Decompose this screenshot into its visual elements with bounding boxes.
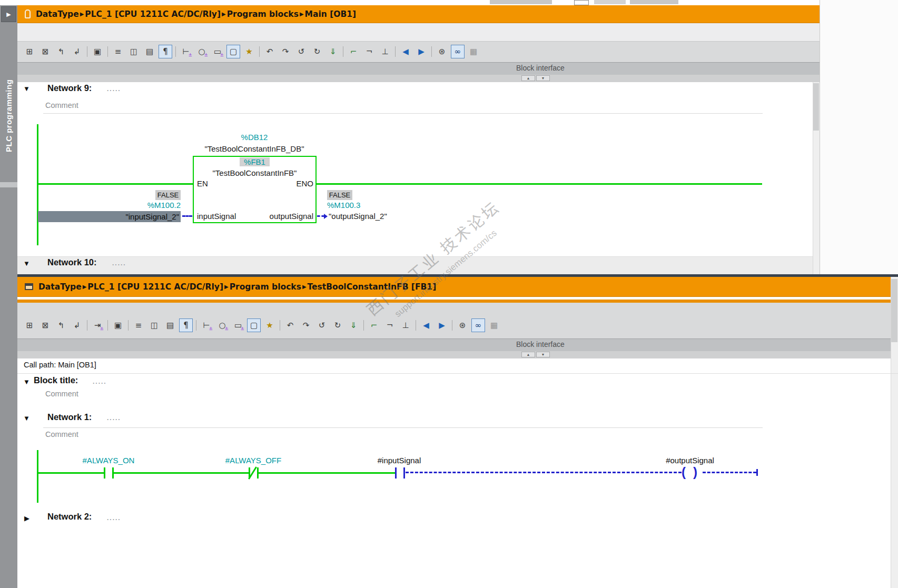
block-interface-label[interactable]: Block interface xyxy=(516,64,565,72)
network10-collapse-icon[interactable]: ▼ xyxy=(23,260,30,267)
snapshot-icon[interactable]: ▦ xyxy=(467,45,480,58)
goto-next-icon[interactable]: ▶ xyxy=(435,318,449,332)
expand-sidebar-button[interactable]: ▶ xyxy=(1,6,16,22)
instance-db-address[interactable]: %DB12 xyxy=(202,133,307,142)
jump-forward-icon[interactable]: ↷ xyxy=(299,318,313,332)
splitter-down-button[interactable]: ▼ xyxy=(536,75,550,81)
jump-forward-icon[interactable]: ↷ xyxy=(279,45,292,58)
insert-parameter-icon[interactable]: ⇥± xyxy=(91,318,104,332)
network9-title-placeholder[interactable]: ..... xyxy=(107,85,121,93)
network2-title[interactable]: Network 2: xyxy=(47,512,92,522)
insert-coil-icon[interactable]: ○± xyxy=(195,45,209,58)
insert-network-icon[interactable]: ⊞ xyxy=(23,318,36,332)
insert-row-icon[interactable]: ↰ xyxy=(54,45,68,58)
contact-always-off-nc[interactable] xyxy=(249,472,259,474)
network1-collapse-icon[interactable]: ▼ xyxy=(23,414,30,422)
update-block-calls-icon[interactable]: ↺ xyxy=(294,45,308,58)
output-operand[interactable]: "outputSignal_2" xyxy=(329,212,387,221)
insert-contact-icon[interactable]: ⊢± xyxy=(200,318,213,332)
scrollbar-thumb[interactable] xyxy=(891,279,897,342)
network10-title[interactable]: Network 10: xyxy=(47,257,97,267)
split-comment-icon[interactable]: ◫ xyxy=(147,318,161,332)
favorites-icon[interactable]: ★ xyxy=(242,45,256,58)
download-icon[interactable]: ⇓ xyxy=(347,318,360,332)
insert-branch-icon[interactable]: ⊥ xyxy=(378,45,392,58)
contact-always-on[interactable] xyxy=(104,472,114,474)
breadcrumb-item[interactable]: Program blocks xyxy=(230,282,301,292)
coil-output-signal[interactable]: ( ) xyxy=(682,465,703,480)
toggle-comments-icon[interactable]: ¶ xyxy=(159,45,172,58)
coil-output-signal-operand[interactable]: #outputSignal xyxy=(645,456,735,465)
insert-row-icon[interactable]: ↰ xyxy=(54,318,68,332)
contact-input-signal-operand[interactable]: #inputSignal xyxy=(357,456,441,465)
contact-input-signal[interactable] xyxy=(395,472,405,474)
paste-icon[interactable]: ▣ xyxy=(111,318,125,332)
insert-box-icon[interactable]: ▭± xyxy=(211,45,224,58)
network-title-icon[interactable]: ▤ xyxy=(163,318,177,332)
breadcrumb-item[interactable]: Program blocks xyxy=(227,9,299,19)
block-title-collapse-icon[interactable]: ▼ xyxy=(23,378,30,386)
input-address[interactable]: %M100.2 xyxy=(128,201,181,210)
monitoring-icon[interactable]: ∞ xyxy=(471,318,485,332)
snapshot-icon[interactable]: ▦ xyxy=(487,318,501,332)
breadcrumb-item[interactable]: PLC_1 [CPU 1211C AC/DC/Rly] xyxy=(87,282,223,292)
network2-title-placeholder[interactable]: ..... xyxy=(107,514,121,522)
splitter-down-button[interactable]: ▼ xyxy=(536,352,550,357)
block-title[interactable]: Block title: xyxy=(34,375,78,385)
network-title-icon[interactable]: ▤ xyxy=(143,45,156,58)
delete-row-icon[interactable]: ↲ xyxy=(70,318,84,332)
network9-comment[interactable]: Comment xyxy=(45,101,78,109)
network2-expand-icon[interactable]: ▶ xyxy=(24,514,29,522)
input-operand-selected[interactable]: "inputSignal_2" xyxy=(38,211,181,222)
breadcrumb-item[interactable]: DataType xyxy=(36,9,79,19)
update-block-calls-icon[interactable]: ↺ xyxy=(315,318,329,332)
consistency-icon[interactable]: ↻ xyxy=(310,45,324,58)
output-monitor-value[interactable]: FALSE xyxy=(327,190,352,200)
close-branch-icon[interactable]: ¬ xyxy=(383,318,397,332)
network1-title-placeholder[interactable]: ..... xyxy=(107,414,121,422)
insert-coil-icon[interactable]: ○± xyxy=(215,318,229,332)
open-branch-icon[interactable]: ⌐ xyxy=(367,318,381,332)
goto-previous-icon[interactable]: ◀ xyxy=(399,45,412,58)
goto-previous-icon[interactable]: ◀ xyxy=(419,318,433,332)
network9-title[interactable]: Network 9: xyxy=(47,83,92,93)
delete-network-icon[interactable]: ⊠ xyxy=(38,318,52,332)
splitter-up-button[interactable]: ▲ xyxy=(521,352,535,357)
scrollbar-thumb[interactable] xyxy=(813,83,819,131)
know-how-protection-icon[interactable]: ⊛ xyxy=(456,318,469,332)
fb-address[interactable]: %FB1 xyxy=(193,157,317,166)
block-title-comment[interactable]: Comment xyxy=(45,390,78,398)
open-branch-icon[interactable]: ⌐ xyxy=(347,45,360,58)
insert-empty-box-icon[interactable]: ▢ xyxy=(247,318,261,332)
favorites-icon[interactable]: ★ xyxy=(263,318,277,332)
contact-always-on-operand[interactable]: #ALWAYS_ON xyxy=(66,456,151,465)
plc-programming-tab[interactable]: PLC programming xyxy=(0,42,17,190)
insert-box-icon[interactable]: ▭± xyxy=(231,318,245,332)
insert-empty-box-icon[interactable]: ▢ xyxy=(226,45,240,58)
toggle-comments-icon[interactable]: ¶ xyxy=(179,318,193,332)
absolute-operands-icon[interactable]: ≡ xyxy=(132,318,145,332)
know-how-protection-icon[interactable]: ⊛ xyxy=(435,45,449,58)
close-branch-icon[interactable]: ¬ xyxy=(362,45,376,58)
network10-title-placeholder[interactable]: ..... xyxy=(112,260,126,267)
network9-collapse-icon[interactable]: ▼ xyxy=(23,85,30,93)
block-interface-bar[interactable] xyxy=(17,62,820,75)
breadcrumb-item[interactable]: TestBoolConstantInFB [FB1] xyxy=(308,282,437,292)
monitoring-icon[interactable]: ∞ xyxy=(451,45,465,58)
output-address[interactable]: %M100.3 xyxy=(327,201,360,210)
jump-back-icon[interactable]: ↶ xyxy=(263,45,277,58)
block-title-placeholder[interactable]: ..... xyxy=(93,378,107,385)
delete-network-icon[interactable]: ⊠ xyxy=(38,45,52,58)
insert-contact-icon[interactable]: ⊢± xyxy=(179,45,193,58)
jump-back-icon[interactable]: ↶ xyxy=(283,318,297,332)
goto-next-icon[interactable]: ▶ xyxy=(415,45,428,58)
absolute-operands-icon[interactable]: ≡ xyxy=(111,45,125,58)
fb-name[interactable]: "TestBoolConstantInFB" xyxy=(193,168,317,177)
delete-row-icon[interactable]: ↲ xyxy=(70,45,84,58)
breadcrumb-item[interactable]: Main [OB1] xyxy=(305,9,357,19)
network1-comment[interactable]: Comment xyxy=(45,430,78,438)
download-icon[interactable]: ⇓ xyxy=(326,45,340,58)
insert-network-icon[interactable]: ⊞ xyxy=(23,45,36,58)
network1-title[interactable]: Network 1: xyxy=(47,412,92,422)
breadcrumb-item[interactable]: PLC_1 [CPU 1211C AC/DC/Rly] xyxy=(85,9,221,19)
